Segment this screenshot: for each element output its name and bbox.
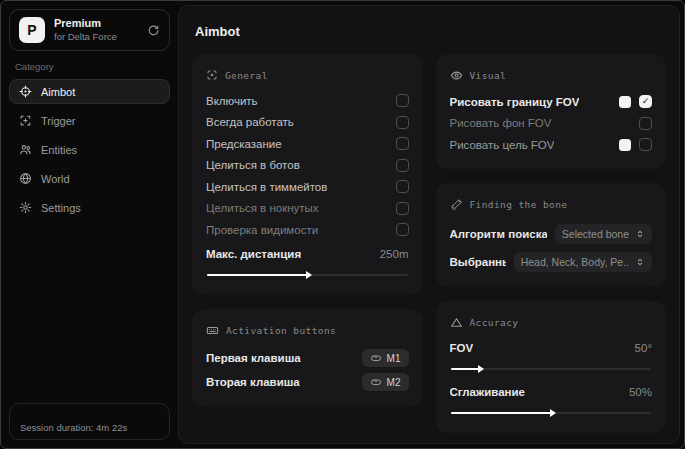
- checkbox-draw-fov-target[interactable]: [639, 138, 652, 151]
- second-key-button[interactable]: M2: [362, 373, 409, 391]
- premium-title: Premium: [54, 17, 138, 31]
- panel-activation-header: Activation buttons: [206, 324, 409, 337]
- scan-icon: [206, 69, 218, 81]
- fov-border-color-swatch[interactable]: [619, 96, 631, 108]
- settings-icon: [19, 201, 32, 214]
- panel-visual-header: Visual: [450, 69, 653, 82]
- entities-icon: [19, 143, 32, 156]
- app-window: P Premium for Delta Force Category Aimbo…: [0, 0, 685, 449]
- setting-row: Выбранные кости Head, Neck, Body, Pe..: [450, 250, 653, 274]
- row-controls: [619, 138, 652, 151]
- max-distance-slider[interactable]: [207, 271, 408, 279]
- sidebar-item-trigger[interactable]: Trigger: [9, 108, 170, 133]
- unfold-icon: [635, 257, 645, 267]
- setting-label: Целиться в ботов: [206, 159, 300, 171]
- setting-label: Рисовать цель FOV: [450, 139, 555, 151]
- sidebar-item-label: Settings: [41, 202, 81, 214]
- right-column: Visual Рисовать границу FOV Рисовать фон…: [436, 54, 667, 444]
- sidebar-item-settings[interactable]: Settings: [9, 195, 170, 220]
- sidebar-item-aimbot[interactable]: Aimbot: [9, 79, 170, 104]
- sidebar-item-label: Trigger: [41, 115, 75, 127]
- checkbox-draw-fov-background[interactable]: [639, 117, 652, 130]
- smoothing-slider[interactable]: [451, 409, 652, 417]
- setting-label: FOV: [450, 342, 474, 354]
- premium-card: P Premium for Delta Force: [9, 9, 170, 51]
- setting-label: Рисовать фон FOV: [450, 117, 552, 129]
- setting-row: FOV 50°: [450, 338, 653, 360]
- panel-accuracy: Accuracy FOV 50° Сглаживание 50%: [436, 301, 667, 433]
- sidebar: P Premium for Delta Force Category Aimbo…: [1, 1, 178, 448]
- bone-icon: [450, 198, 463, 211]
- setting-label: Проверка видимости: [206, 224, 318, 236]
- setting-row: Макс. дистанция 250m: [206, 244, 409, 266]
- panel-title: General: [225, 70, 268, 81]
- fov-slider[interactable]: [451, 365, 652, 373]
- triangle-icon: [450, 316, 463, 329]
- left-column: General Включить Всегда работать Предска…: [192, 54, 423, 407]
- checkbox-target-knocked[interactable]: [396, 202, 409, 215]
- checkbox-draw-fov-border[interactable]: [639, 95, 652, 108]
- bone-algorithm-dropdown[interactable]: Selected bone: [555, 224, 652, 244]
- smoothing-value: 50%: [629, 386, 652, 398]
- panel-finding-bone: Finding the bone Алгоритм поиска костей …: [436, 183, 667, 287]
- main-content: Aimbot General Включить: [178, 5, 680, 444]
- setting-label: Макс. дистанция: [206, 248, 301, 260]
- setting-label: Выбранные кости: [450, 256, 506, 268]
- panel-general-header: General: [206, 69, 409, 81]
- setting-label: Вторая клавиша: [206, 376, 300, 388]
- checkbox-enable[interactable]: [396, 94, 409, 107]
- panel-title: Activation buttons: [226, 325, 336, 336]
- setting-label: Первая клавиша: [206, 352, 301, 364]
- fov-target-color-swatch[interactable]: [619, 139, 631, 151]
- panel-visual: Visual Рисовать границу FOV Рисовать фон…: [436, 54, 667, 169]
- fov-value: 50°: [635, 342, 652, 354]
- sidebar-item-world[interactable]: World: [9, 166, 170, 191]
- aimbot-icon: [19, 85, 32, 98]
- sidebar-item-label: Aimbot: [41, 86, 75, 98]
- panel-finding-header: Finding the bone: [450, 198, 653, 211]
- panel-title: Finding the bone: [470, 199, 568, 210]
- setting-row: Алгоритм поиска костей Selected bone: [450, 222, 653, 246]
- slider-fill: [207, 274, 307, 276]
- setting-row: Включить: [206, 90, 409, 112]
- session-box: Session duration: 4m 22s: [9, 403, 170, 440]
- checkbox-target-teammates[interactable]: [396, 180, 409, 193]
- app-logo: P: [19, 17, 45, 43]
- first-key-button[interactable]: M1: [362, 349, 409, 367]
- setting-label: Целиться в тиммейтов: [206, 181, 327, 193]
- setting-label: Предсказание: [206, 138, 282, 150]
- setting-label: Рисовать границу FOV: [450, 96, 580, 108]
- setting-row: Вторая клавиша M2: [206, 370, 409, 394]
- panel-general: General Включить Всегда работать Предска…: [192, 54, 423, 295]
- setting-label: Сглаживание: [450, 386, 525, 398]
- mouse-icon: [370, 376, 382, 388]
- setting-label: Целиться в нокнутых: [206, 202, 319, 214]
- slider-track: [451, 368, 652, 370]
- world-icon: [19, 172, 32, 185]
- checkbox-always-work[interactable]: [396, 116, 409, 129]
- session-duration: Session duration: 4m 22s: [20, 422, 127, 433]
- key-label: M1: [387, 353, 401, 364]
- setting-label: Алгоритм поиска костей: [450, 228, 547, 240]
- page-title: Aimbot: [195, 24, 663, 39]
- category-label: Category: [15, 61, 164, 72]
- setting-row: Целиться в нокнутых: [206, 198, 409, 220]
- trigger-icon: [19, 114, 32, 127]
- row-controls: [619, 95, 652, 108]
- setting-row: Целиться в тиммейтов: [206, 176, 409, 198]
- panel-title: Accuracy: [470, 317, 519, 328]
- premium-subtitle: for Delta Force: [54, 31, 138, 43]
- mouse-icon: [370, 352, 382, 364]
- checkbox-visibility-check[interactable]: [396, 223, 409, 236]
- selected-bones-dropdown[interactable]: Head, Neck, Body, Pe..: [514, 252, 652, 272]
- setting-row: Сглаживание 50%: [450, 381, 653, 403]
- dropdown-value: Selected bone: [562, 228, 629, 240]
- max-distance-value: 250m: [380, 248, 409, 260]
- sidebar-item-entities[interactable]: Entities: [9, 137, 170, 162]
- checkbox-prediction[interactable]: [396, 137, 409, 150]
- setting-row: Рисовать цель FOV: [450, 134, 653, 156]
- refresh-icon[interactable]: [147, 24, 160, 37]
- sidebar-item-label: World: [41, 173, 70, 185]
- setting-row: Рисовать границу FOV: [450, 91, 653, 113]
- checkbox-target-bots[interactable]: [396, 159, 409, 172]
